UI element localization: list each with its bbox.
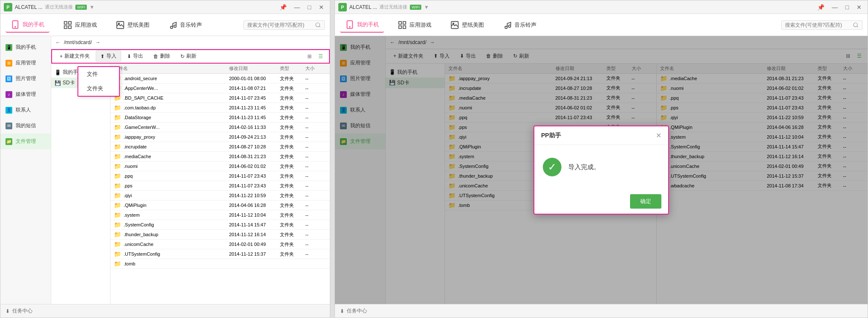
sidebar-item-files[interactable]: 📁 文件管理 xyxy=(0,134,51,149)
sidebar-phone-icon: 📱 xyxy=(6,44,12,51)
path-bar-left: ← /mnt/sdcard/ → xyxy=(51,36,330,49)
table-row[interactable]: 📁.BD_SAPI_CACHE2014-11-07 23:45文件夹-- xyxy=(111,93,330,103)
nav-music-right[interactable]: 音乐铃声 xyxy=(498,18,542,32)
table-row[interactable]: 📁.pps2014-11-07 23:43文件夹-- xyxy=(111,181,330,191)
confirm-button[interactable]: 确定 xyxy=(630,194,661,209)
title-dropdown-icon[interactable]: ▼ xyxy=(89,4,94,10)
table-row[interactable]: 📁.android_secure2000-01-01 08:00文件夹-- xyxy=(111,74,330,84)
phone-nav-icon xyxy=(11,20,20,29)
nav-wallpaper[interactable]: 壁纸美图 xyxy=(111,18,155,32)
table-row[interactable]: 📁.tomb xyxy=(111,259,330,269)
search-box-right[interactable] xyxy=(781,20,862,30)
svg-line-11 xyxy=(319,26,321,27)
import-icon: ⬆ xyxy=(100,53,105,59)
svg-point-21 xyxy=(509,25,511,28)
pin-icon-right[interactable]: 📌 xyxy=(815,3,827,11)
phone-nav-icon-right xyxy=(345,20,354,29)
titlebar-right: P ALCATEL ... 通过无线连接 WIFI ▼ 📌 — □ ✕ xyxy=(335,0,868,14)
nav-apps-right[interactable]: 应用游戏 xyxy=(393,18,437,32)
table-row[interactable]: 📁.mediaCache2014-08-31 21:23文件夹-- xyxy=(111,152,330,162)
wallpaper-nav-icon-right xyxy=(450,20,459,30)
nav-music[interactable]: 音乐铃声 xyxy=(163,18,207,32)
grid-view-btn-left[interactable]: ⊞ xyxy=(305,53,314,60)
folder-icon: 📁 xyxy=(114,143,121,150)
svg-rect-4 xyxy=(64,25,67,28)
folder-icon: 📁 xyxy=(114,192,121,199)
table-row[interactable]: 📁.nuomi2014-06-02 01:02文件夹-- xyxy=(111,162,330,171)
app-title-right: ALCATEL ... xyxy=(349,4,377,10)
minimize-button[interactable]: — xyxy=(292,3,303,11)
panel-right: P ALCATEL ... 通过无线连接 WIFI ▼ 📌 — □ ✕ 我的手机… xyxy=(334,0,868,318)
table-row[interactable]: 📁.unicomCache2014-02-01 00:49文件夹-- xyxy=(111,240,330,249)
sidebar-item-contacts[interactable]: 👤 联系人 xyxy=(0,102,51,118)
sidebar-item-photos[interactable]: 🖼 照片管理 xyxy=(0,71,51,86)
apps-nav-icon xyxy=(63,20,72,30)
refresh-button[interactable]: ↻ 刷新 xyxy=(176,51,201,61)
new-folder-icon: + xyxy=(60,53,63,59)
import-dropdown-left: 文件 文件夹 xyxy=(77,66,120,97)
forward-arrow-left[interactable]: → xyxy=(95,39,100,45)
maximize-button-right[interactable]: □ xyxy=(843,3,851,11)
import-file-item[interactable]: 文件 xyxy=(78,67,119,81)
maximize-button[interactable]: □ xyxy=(305,3,314,11)
export-button[interactable]: ⬇ 导出 xyxy=(123,51,147,61)
nav-my-phone-right[interactable]: 我的手机 xyxy=(340,17,384,33)
sidebar-item-apps[interactable]: ⊞ 应用管理 xyxy=(0,55,51,71)
pin-icon[interactable]: 📌 xyxy=(277,3,289,11)
folder-icon: 📁 xyxy=(114,221,121,228)
export-icon: ⬇ xyxy=(127,53,131,59)
search-input-right[interactable] xyxy=(785,22,853,28)
table-row[interactable]: 📁.qiyi2014-11-22 10:59文件夹-- xyxy=(111,191,330,201)
dialog-body: ✓ 导入完成。 xyxy=(534,145,668,189)
table-row[interactable]: 📁.iapppay_proxy2014-09-24 21:13文件夹-- xyxy=(111,132,330,142)
table-row[interactable]: 📁.thunder_backup2014-11-12 16:14文件夹-- xyxy=(111,230,330,240)
table-row[interactable]: 📁.AppCenterWe...2014-11-08 07:21文件夹-- xyxy=(111,84,330,93)
table-row[interactable]: 📁.com.taobao.dp2014-11-23 11:45文件夹-- xyxy=(111,103,330,113)
search-input-left[interactable] xyxy=(247,22,315,28)
table-row[interactable]: 📁.system2014-11-12 10:04文件夹-- xyxy=(111,210,330,220)
title-dropdown-icon-right[interactable]: ▼ xyxy=(424,4,429,10)
delete-button[interactable]: 🗑 删除 xyxy=(149,51,174,61)
table-row[interactable]: 📁.SystemConfig2014-11-14 15:47文件夹-- xyxy=(111,220,330,230)
close-button-right[interactable]: ✕ xyxy=(854,3,864,11)
dialog-close-button[interactable]: ✕ xyxy=(656,131,661,139)
svg-point-10 xyxy=(316,22,320,26)
table-row[interactable]: 📁.QMiPlugin2014-04-06 16:28文件夹-- xyxy=(111,201,330,210)
svg-rect-17 xyxy=(403,25,406,28)
connection-status: 通过无线连接 xyxy=(45,4,73,10)
fm-list-header-left: 文件名 修改日期 类型 大小 xyxy=(111,64,330,74)
sidebar-item-messages[interactable]: ✉ 我的短信 xyxy=(0,118,51,134)
svg-point-9 xyxy=(174,25,177,28)
back-arrow-left[interactable]: ← xyxy=(55,39,61,45)
sidebar-item-my-phone[interactable]: 📱 我的手机 xyxy=(0,39,51,55)
minimize-button-right[interactable]: — xyxy=(829,3,840,11)
statusbar-icon-right: ⬇ xyxy=(340,308,344,314)
panel-divider xyxy=(330,0,334,318)
music-nav-icon-right xyxy=(503,20,512,30)
table-row[interactable]: 📁.incrupdate2014-08-27 10:28文件夹-- xyxy=(111,142,330,152)
nav-wallpaper-right[interactable]: 壁纸美图 xyxy=(445,18,489,32)
wifi-badge-right: WIFI xyxy=(410,5,421,10)
list-view-btn-left[interactable]: ☰ xyxy=(316,53,326,60)
top-nav-left: 我的手机 应用游戏 壁纸美图 音乐铃声 xyxy=(0,14,330,36)
nav-apps[interactable]: 应用游戏 xyxy=(58,18,102,32)
app-icon-right: P xyxy=(338,3,347,11)
sidebar-item-media[interactable]: ♪ 媒体管理 xyxy=(0,86,51,102)
sidebar-media-icon: ♪ xyxy=(6,91,12,98)
search-box-left[interactable] xyxy=(243,20,325,30)
import-folder-item[interactable]: 文件夹 xyxy=(78,81,119,96)
new-folder-button[interactable]: + 新建文件夹 xyxy=(55,51,94,61)
close-button[interactable]: ✕ xyxy=(316,3,326,11)
table-row[interactable]: 📁.GameCenterW...2014-02-16 11:33文件夹-- xyxy=(111,123,330,132)
table-row[interactable]: 📁.ppq2014-11-07 23:43文件夹-- xyxy=(111,171,330,181)
table-row[interactable]: 📁.DataStorage2014-11-23 11:45文件夹-- xyxy=(111,113,330,123)
table-row[interactable]: 📁.UTSystemConfig2014-11-12 15:37文件夹-- xyxy=(111,249,330,259)
svg-point-22 xyxy=(854,22,857,26)
folder-icon: 📁 xyxy=(114,153,121,160)
svg-line-23 xyxy=(857,26,858,27)
sidebar-messages-icon: ✉ xyxy=(6,123,12,129)
dialog-overlay: PP助手 ✕ ✓ 导入完成。 确定 xyxy=(335,36,868,304)
nav-my-phone[interactable]: 我的手机 xyxy=(6,17,50,33)
import-button[interactable]: ⬆ 导入 xyxy=(96,50,121,62)
folder-icon: 📁 xyxy=(114,182,121,189)
